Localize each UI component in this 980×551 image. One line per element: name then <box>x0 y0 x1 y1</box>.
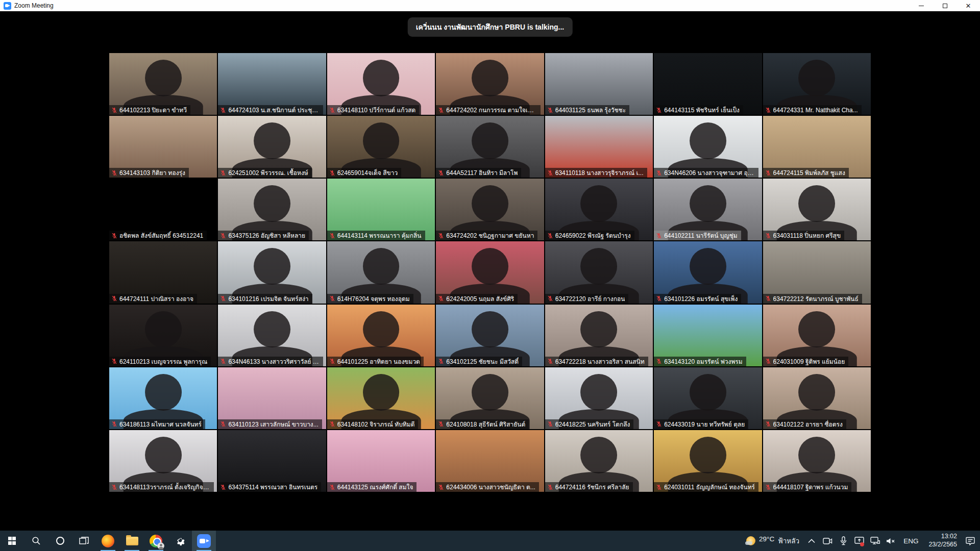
tray-network-button[interactable] <box>869 531 880 551</box>
settings-gear-icon <box>175 535 186 546</box>
weather-widget[interactable]: 29°C ฟ้าหลัว <box>744 535 801 546</box>
taskbar-search-button[interactable] <box>24 531 48 551</box>
muted-mic-icon <box>547 170 553 176</box>
participant-tile[interactable]: 644724116 รัชนีกร ศรีลาลัย <box>545 430 653 492</box>
participant-tile[interactable]: 624108018 สุธีรัตน์ ศิริสายันต์ <box>436 367 544 429</box>
participant-tile[interactable]: 634N46133 นางสาววริศราวัลย์ ว... <box>218 305 326 366</box>
muted-mic-icon <box>111 484 117 490</box>
close-button[interactable]: ✕ <box>957 0 980 11</box>
muted-mic-icon <box>220 421 226 427</box>
maximize-button[interactable] <box>933 0 957 11</box>
cortana-icon <box>56 537 64 545</box>
participant-tile[interactable]: 634186113 ผไทมาศ นวลจันทร์ <box>109 367 217 429</box>
tray-overflow-button[interactable] <box>806 531 817 551</box>
participant-tile[interactable]: 644143114 พรรณนารา คุ้มกลิ่น <box>327 179 435 240</box>
participant-tile[interactable]: 634143103 กิติยา ทองรุ่ง <box>109 116 217 178</box>
participant-tile[interactable]: 634375126 อัญชิสา หลีหลาย <box>218 179 326 240</box>
participant-tile[interactable]: 634102125 ชัยชนะ มีสวัสดิ์ <box>436 305 544 366</box>
participant-tile[interactable]: 644143115 พัชรินทร์ เย็นเป็ง <box>654 53 762 115</box>
participant-tile[interactable]: 644418107 ฐิดาพร แก้วนวม <box>763 430 871 492</box>
participant-tile[interactable]: 634031118 ปิ่นหยก ศรีสุข <box>763 179 871 240</box>
participant-tile[interactable]: 644101225 อาทิตยา นองขมวด <box>327 305 435 366</box>
task-view-button[interactable] <box>72 531 96 551</box>
participant-tile[interactable]: 634148113วราภรณ์ ตั้งเจริญกิจส... <box>109 430 217 492</box>
participant-name: 624031009 ฐิติพร แย้มน้อย <box>773 357 845 366</box>
taskbar-clock[interactable]: 13:02 23/2/2565 <box>925 533 960 548</box>
participant-name: 644102211 นารีรัตน์ บุญชุ่ม <box>664 231 738 240</box>
tray-screen-share-button[interactable] <box>853 531 865 551</box>
participant-tile[interactable]: 634101216 เปรมจิต จันทร์สง่า <box>218 241 326 303</box>
participant-tile[interactable]: 624434006 นางสาวชนัญธิดา ต... <box>436 430 544 492</box>
participant-tile[interactable]: 624251002 พีรวรรณ. เชื้อหงษ์ <box>218 116 326 178</box>
participant-tile[interactable]: 644031125 ธนพล รุ้งวัชชะ <box>545 53 653 115</box>
speaker-muted-icon <box>886 537 895 545</box>
participant-tile[interactable]: 644724202 กนกวรรณ ตามใจเพื่อน <box>436 53 544 115</box>
participant-name: 634375114 พรรณวสา อินทรเนตร <box>228 482 317 492</box>
participant-tile[interactable]: 634110118 นางสาวรุจิราภรณ์ เ... <box>545 116 653 178</box>
participant-tile[interactable]: 634101226 อมรรัตน์ สุขเพ็ง <box>654 241 762 303</box>
taskbar-firefox-button[interactable] <box>96 531 120 551</box>
participant-tile[interactable]: อชิตพล สังข์สัมฤทธิ์ 634512241 <box>109 179 217 240</box>
participant-tile[interactable]: 634724202 ชนิฎฐกามาศ ขยันหา <box>436 179 544 240</box>
taskbar-zoom-button[interactable] <box>192 531 216 551</box>
participant-tile[interactable]: 644724111 ปาณิสรา องอาจ <box>109 241 217 303</box>
participant-tile[interactable]: 624031009 ฐิติพร แย้มน้อย <box>763 305 871 366</box>
muted-mic-icon <box>547 421 553 427</box>
participant-tile[interactable]: 644724115 พิมพ์ลภัส ชูแสง <box>763 116 871 178</box>
participant-name: 634N46133 นางสาววริศราวัลย์ ว... <box>228 357 319 366</box>
clock-date: 23/2/2565 <box>928 541 957 549</box>
taskbar-settings-button[interactable] <box>168 531 192 551</box>
participant-tile[interactable]: 624110213 เบญจวรรณ พูลการุณ <box>109 305 217 366</box>
muted-mic-icon <box>220 233 226 239</box>
participant-tile[interactable]: 644724331 Mr. Natthakit Cha... <box>763 53 871 115</box>
language-indicator[interactable]: ENG <box>901 537 921 545</box>
participant-tile[interactable]: 634110123 เสาวลักษณ์ ขาวบาง... <box>218 367 326 429</box>
participant-tile[interactable]: 634148110 ปวีร์กานต์ แก้วสด <box>327 53 435 115</box>
participant-tile[interactable]: 644A52117 อินทิรา มีลาโพ <box>436 116 544 178</box>
participant-name: 644724111 ปาณิสรา องอาจ <box>119 294 193 304</box>
participant-tile[interactable]: 634722120 อารีย์ กางกอน <box>545 241 653 303</box>
muted-mic-icon <box>438 107 444 113</box>
tray-camera-button[interactable] <box>822 531 833 551</box>
start-button[interactable] <box>0 531 24 551</box>
participant-name-label: 644724103 น.ส.ชนิกานต์ ประชุมเ... <box>218 105 323 115</box>
participant-tile[interactable]: 624242005 นฤมล สังข์ศิริ <box>436 241 544 303</box>
participant-tile[interactable]: 624031011 ธัญญลักษณ์ ทองจันทร์ <box>654 430 762 492</box>
participant-tile[interactable]: 634722212 รัตนาภรณ์ บูชาพันธ์ <box>763 241 871 303</box>
tray-volume-button[interactable] <box>885 531 896 551</box>
participant-tile[interactable]: 644102211 นารีรัตน์ บุญชุ่ม <box>654 179 762 240</box>
file-explorer-icon <box>126 537 138 545</box>
participant-tile[interactable]: 624418225 นครินทร์ โตกลึง <box>545 367 653 429</box>
taskbar-chrome-button[interactable] <box>144 531 168 551</box>
participant-name-label: 644102213 ปิยะดา ขำทวี <box>109 105 190 115</box>
participant-tile[interactable]: 624659014จเด็จ สีขาว <box>327 116 435 178</box>
participant-tile[interactable]: 644143125 ณรงศ์ศักดิ์ สมใจ <box>327 430 435 492</box>
participant-tile[interactable]: 644724103 น.ส.ชนิกานต์ ประชุมเ... <box>218 53 326 115</box>
participant-tile[interactable]: 624659022 พีรณัฐ รัตนบำรุง <box>545 179 653 240</box>
participant-name-label: 624659022 พีรณัฐ รัตนบำรุง <box>545 231 634 240</box>
taskbar-file-explorer-button[interactable] <box>120 531 144 551</box>
muted-mic-icon <box>547 233 553 239</box>
muted-mic-icon <box>438 421 444 427</box>
participant-name-label: 634N46133 นางสาววริศราวัลย์ ว... <box>218 357 323 366</box>
action-center-button[interactable] <box>965 531 976 551</box>
minimize-button[interactable] <box>910 0 933 11</box>
participant-tile[interactable]: 624433019 นาย ทวีทรัพย์ ตุลย <box>654 367 762 429</box>
participant-name: 634722212 รัตนาภรณ์ บูชาพันธ์ <box>773 294 859 304</box>
participant-tile[interactable]: 634102122 อารยา ซื่อตรง <box>763 367 871 429</box>
participant-tile[interactable]: 614H76204 จตุพร ทองอุดม <box>327 241 435 303</box>
participant-tile[interactable]: 644102213 ปิยะดา ขำทวี <box>109 53 217 115</box>
search-icon <box>32 536 41 545</box>
cortana-button[interactable] <box>48 531 72 551</box>
participant-tile[interactable]: 634375114 พรรณวสา อินทรเนตร <box>218 430 326 492</box>
participant-name: 644A52117 อินทิรา มีลาโพ <box>446 168 518 178</box>
participant-tile[interactable]: 634N46206 นางสาวจุฑามาศ อุด... <box>654 116 762 178</box>
participant-name-label: 634102122 อารยา ซื่อตรง <box>763 419 846 429</box>
participant-tile[interactable]: 634143120 อมรรัตน์ พ่วงพรม <box>654 305 762 366</box>
participant-tile[interactable]: 634722218 นางสาวอริสา สนสนิท <box>545 305 653 366</box>
participant-name: 644143125 ณรงศ์ศักดิ์ สมใจ <box>337 482 413 492</box>
tray-microphone-button[interactable] <box>838 531 849 551</box>
participant-tile[interactable]: 634148102 จิราภรณ์ ทับทิมดี <box>327 367 435 429</box>
participant-name: 634N46206 นางสาวจุฑามาศ อุด... <box>664 168 755 178</box>
participant-name: 634375126 อัญชิสา หลีหลาย <box>228 231 305 240</box>
